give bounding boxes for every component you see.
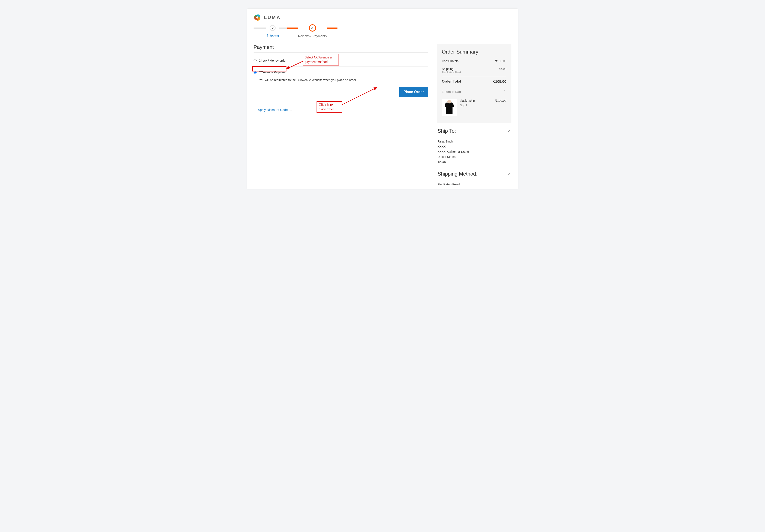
content-row: Payment Check / Money order CCAvenue Pay… (254, 44, 511, 189)
cart-items-toggle[interactable]: 1 Item in Cart ⌃ (442, 87, 506, 96)
shipping-method-title: Shipping Method: (437, 171, 477, 177)
address-line: XXXX, (437, 145, 510, 148)
brand-name: LUMA (264, 15, 281, 20)
checkout-progress: ✓ Shipping ✓ Review & Payments (254, 25, 511, 38)
svg-point-9 (447, 100, 451, 103)
ship-to-title: Ship To: (437, 128, 456, 134)
cart-item-name: black t-shirt (460, 99, 492, 103)
sidebar: Order Summary Cart Subtotal ₹100.00 Ship… (437, 44, 511, 189)
shipping-method-block: Shipping Method: Flat Rate - Fixed (437, 171, 511, 189)
pencil-icon[interactable] (507, 129, 510, 133)
radio-check-money[interactable] (254, 59, 257, 62)
redirect-note: You will be redirected to the CCAvenue W… (259, 78, 428, 82)
order-total-row: Order Total ₹105.00 (442, 76, 506, 87)
payment-method-check[interactable]: Check / Money order (254, 55, 428, 67)
shipping-label: Shipping (442, 67, 453, 71)
shipping-value: ₹5.00 (498, 67, 506, 71)
check-icon: ✓ (309, 24, 316, 32)
shipping-row: Shipping ₹5.00 (442, 65, 506, 71)
payment-column: Payment Check / Money order CCAvenue Pay… (254, 44, 428, 125)
cart-count-label: 1 Item in Cart (442, 90, 461, 94)
ship-to-head: Ship To: (437, 128, 510, 136)
subtotal-value: ₹100.00 (495, 59, 506, 63)
address-line: XXXX, California 12345 (437, 150, 510, 153)
shipping-method-label: Flat Rate - Fixed (442, 71, 461, 74)
product-image (442, 99, 457, 116)
order-summary: Order Summary Cart Subtotal ₹100.00 Ship… (437, 44, 511, 123)
shipping-method-head: Shipping Method: (437, 171, 510, 179)
progress-segment (254, 28, 267, 29)
luma-logo-icon (254, 14, 261, 21)
place-order-button[interactable]: Place Order (399, 87, 428, 97)
radio-ccavenue[interactable] (254, 71, 257, 74)
annotation-click-place-order: Click here to place order (317, 101, 342, 113)
check-icon: ✓ (270, 25, 276, 31)
payment-method-check-label: Check / Money order (259, 59, 287, 62)
cart-item: black t-shirt Qty: 1 ₹100.00 (442, 96, 506, 121)
pencil-icon[interactable] (507, 172, 510, 175)
page-title: Payment (254, 44, 428, 53)
step-shipping[interactable]: ✓ Shipping (267, 25, 279, 37)
payment-method-ccavenue[interactable]: CCAvenue Payment You will be redirected … (254, 67, 428, 103)
chevron-up-icon: ⌃ (503, 90, 506, 94)
step-review-payments: ✓ Review & Payments (298, 25, 327, 38)
checkout-card: LUMA ✓ Shipping ✓ Review & Payments Paym… (247, 9, 518, 189)
address-line: United States (437, 155, 510, 158)
order-summary-title: Order Summary (442, 49, 506, 57)
ship-to-block: Ship To: Rajat Singh XXXX, XXXX, Califor… (437, 128, 511, 171)
annotation-select-ccavenue: Select CCAvenue as payment method (303, 54, 339, 66)
tshirt-icon (443, 100, 455, 115)
svg-point-4 (256, 16, 258, 19)
shipping-method-row: Flat Rate - Fixed (442, 71, 506, 76)
address-line: Rajat Singh (437, 140, 510, 143)
payment-method-ccavenue-label: CCAvenue Payment (259, 71, 286, 74)
shipping-method-value: Flat Rate - Fixed (437, 182, 510, 186)
subtotal-row: Cart Subtotal ₹100.00 (442, 57, 506, 65)
progress-segment (279, 28, 287, 29)
step-review-label: Review & Payments (298, 34, 327, 38)
progress-segment-active (287, 28, 298, 29)
subtotal-label: Cart Subtotal (442, 59, 459, 63)
cart-item-info: black t-shirt Qty: 1 (460, 99, 492, 116)
brand-row: LUMA (254, 14, 511, 21)
place-order-row: Place Order (254, 87, 428, 103)
chevron-down-icon: ⌄ (290, 108, 292, 111)
apply-discount-label: Apply Discount Code (258, 108, 288, 112)
order-total-value: ₹105.00 (493, 79, 506, 84)
step-shipping-label[interactable]: Shipping (267, 34, 279, 37)
address-line: 12345 (437, 160, 510, 163)
cart-item-qty: Qty: 1 (460, 104, 492, 107)
apply-discount-link[interactable]: Apply Discount Code ⌄ (258, 108, 292, 112)
progress-segment-active (327, 28, 338, 29)
order-total-label: Order Total (442, 79, 461, 84)
cart-item-price: ₹100.00 (495, 99, 506, 116)
